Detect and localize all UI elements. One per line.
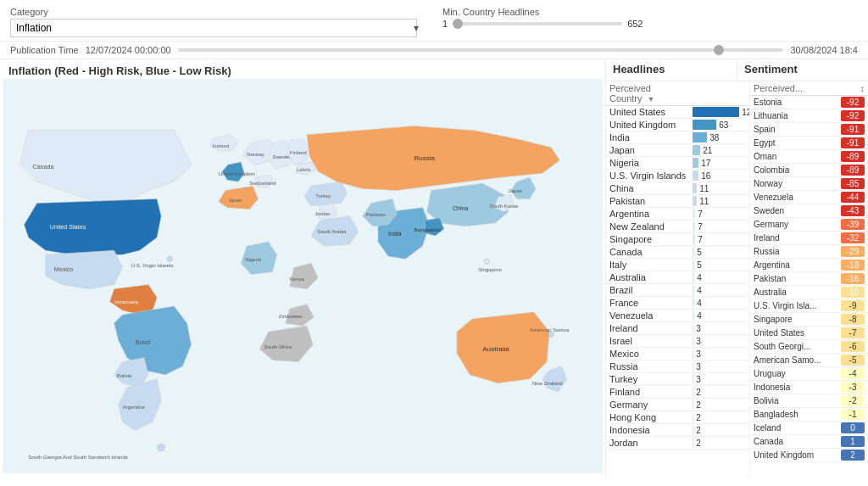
headlines-row: U.S. Virgin Islands 16 <box>606 170 750 182</box>
headlines-row: Finland 2 <box>606 386 750 399</box>
country-cell: Australia <box>606 271 689 284</box>
sentiment-country-cell: Argentina <box>750 259 837 272</box>
sentiment-val-cell: -16 <box>837 272 868 286</box>
sentiment-row: Russia -29 <box>750 245 868 259</box>
sentiment-val-cell: -4 <box>837 367 868 381</box>
count-cell: 2 <box>689 386 750 399</box>
svg-text:Nigeria: Nigeria <box>245 257 262 262</box>
headlines-row: Canada 5 <box>606 246 750 259</box>
sentiment-country-cell: Singapore <box>750 313 837 327</box>
pub-time-slider[interactable] <box>178 48 784 52</box>
sentiment-section-header: Sentiment <box>737 59 868 81</box>
svg-text:United States: United States <box>50 224 86 230</box>
sentiment-row: Canada 1 <box>750 435 868 449</box>
svg-text:Zimbabwe: Zimbabwe <box>279 314 303 319</box>
svg-text:Argentina: Argentina <box>123 405 146 410</box>
sentiment-table-container[interactable]: Perceived... ↕ Estonia -92 Lithuania -9 <box>750 81 868 478</box>
sentiment-row: Pakistan -16 <box>750 272 868 286</box>
col-count <box>689 81 750 106</box>
headlines-row: Brazil 4 <box>606 284 750 297</box>
count-cell: 38 <box>689 131 750 144</box>
sentiment-table: Perceived... ↕ Estonia -92 Lithuania -9 <box>750 81 868 462</box>
headlines-row: Pakistan 11 <box>606 195 750 208</box>
sentiment-val-cell: -39 <box>837 218 868 232</box>
country-cell: Mexico <box>606 348 689 360</box>
sentiment-row: Iceland 0 <box>750 422 868 435</box>
sentiment-country-cell: Australia <box>750 286 837 299</box>
sentiment-country-cell: Bolivia <box>750 394 837 408</box>
headlines-row: France 4 <box>606 297 750 310</box>
sentiment-country-cell: Spain <box>750 123 837 137</box>
category-select-wrapper: InflationGDPUnemploymentTrade <box>10 19 426 37</box>
sentiment-val-cell: -92 <box>837 96 868 109</box>
col-sentiment-val[interactable]: ↕ <box>837 81 868 96</box>
headlines-row: Israel 3 <box>606 335 750 348</box>
headlines-table-container[interactable]: Perceived Country ▼ United States 125 Un… <box>606 81 750 478</box>
svg-text:Bolivia: Bolivia <box>117 373 132 378</box>
sentiment-country-cell: Norway <box>750 177 837 191</box>
headlines-row: Australia 4 <box>606 271 750 284</box>
country-cell: U.S. Virgin Islands <box>606 170 689 182</box>
sentiment-row: Sweden -43 <box>750 204 868 218</box>
sentiment-row: Bolivia -2 <box>750 394 868 408</box>
svg-text:Iceland: Iceland <box>213 143 229 148</box>
headlines-row: Indonesia 2 <box>606 424 750 437</box>
sentiment-row: American Samo... -5 <box>750 354 868 367</box>
sentiment-country-cell: Indonesia <box>750 381 837 394</box>
country-cell: Brazil <box>606 284 689 297</box>
min-country-group: Min. Country Headlines 1 652 <box>442 7 858 29</box>
svg-text:American Samoa: American Samoa <box>530 327 570 332</box>
sentiment-row: Germany -39 <box>750 218 868 232</box>
count-cell: 63 <box>689 119 750 131</box>
svg-text:U.S. Virgin Islands: U.S. Virgin Islands <box>131 263 174 268</box>
count-cell: 2 <box>689 424 750 437</box>
count-cell: 4 <box>689 297 750 310</box>
sentiment-country-cell: Bangladesh <box>750 408 837 422</box>
map-title: Inflation (Red - High Risk, Blue - Low R… <box>0 59 605 79</box>
col-sentiment-country: Perceived... <box>750 81 837 96</box>
sentiment-row: Uruguay -4 <box>750 367 868 381</box>
sentiment-val-cell: -3 <box>837 381 868 394</box>
sentiment-val-cell: -1 <box>837 408 868 422</box>
sentiment-country-cell: Colombia <box>750 164 837 177</box>
country-cell: Italy <box>606 259 689 271</box>
svg-text:Turkey: Turkey <box>315 193 331 198</box>
sentiment-val-cell: -6 <box>837 340 868 354</box>
count-cell: 7 <box>689 233 750 246</box>
svg-text:Venezuela: Venezuela <box>114 299 139 304</box>
category-select[interactable]: InflationGDPUnemploymentTrade <box>10 19 417 37</box>
sentiment-val-cell: -32 <box>837 232 868 245</box>
svg-text:Mexico: Mexico <box>54 266 73 272</box>
filter-icon[interactable]: ▼ <box>648 95 655 103</box>
sentiment-country-cell: Lithuania <box>750 109 837 123</box>
svg-text:Latvia: Latvia <box>297 167 311 172</box>
svg-point-10 <box>158 444 164 451</box>
sentiment-val-cell: -89 <box>837 150 868 164</box>
count-cell: 4 <box>689 284 750 297</box>
country-cell: Indonesia <box>606 424 689 437</box>
sentiment-country-cell: Oman <box>750 150 837 164</box>
right-panel: Headlines Sentiment Perceived Country <box>605 59 868 478</box>
slider-max-val: 652 <box>627 19 643 29</box>
sentiment-row: Venezuela -44 <box>750 191 868 204</box>
svg-text:United Kingdom: United Kingdom <box>219 171 255 176</box>
svg-text:Canada: Canada <box>33 164 54 170</box>
sentiment-country-cell: United States <box>750 327 837 340</box>
map-container[interactable]: Canada United States Mexico U.S. Virgin … <box>0 79 605 473</box>
col-perceived-country[interactable]: Perceived Country ▼ <box>606 81 689 106</box>
svg-text:Jordan: Jordan <box>314 211 331 216</box>
headlines-row: Russia 3 <box>606 360 750 373</box>
count-cell: 125 <box>689 106 750 119</box>
count-cell: 3 <box>689 335 750 348</box>
svg-text:Russia: Russia <box>414 154 435 162</box>
count-cell: 2 <box>689 399 750 411</box>
sentiment-row: Australia -10 <box>750 286 868 299</box>
sentiment-country-cell: Germany <box>750 218 837 232</box>
svg-text:Brazil: Brazil <box>136 339 151 345</box>
sentiment-val-cell: -92 <box>837 109 868 123</box>
category-group: Category InflationGDPUnemploymentTrade <box>10 7 426 37</box>
min-country-slider[interactable] <box>453 22 622 25</box>
sentiment-country-cell: Iceland <box>750 422 837 435</box>
count-cell: 7 <box>689 208 750 221</box>
sentiment-val-cell: -91 <box>837 123 868 137</box>
